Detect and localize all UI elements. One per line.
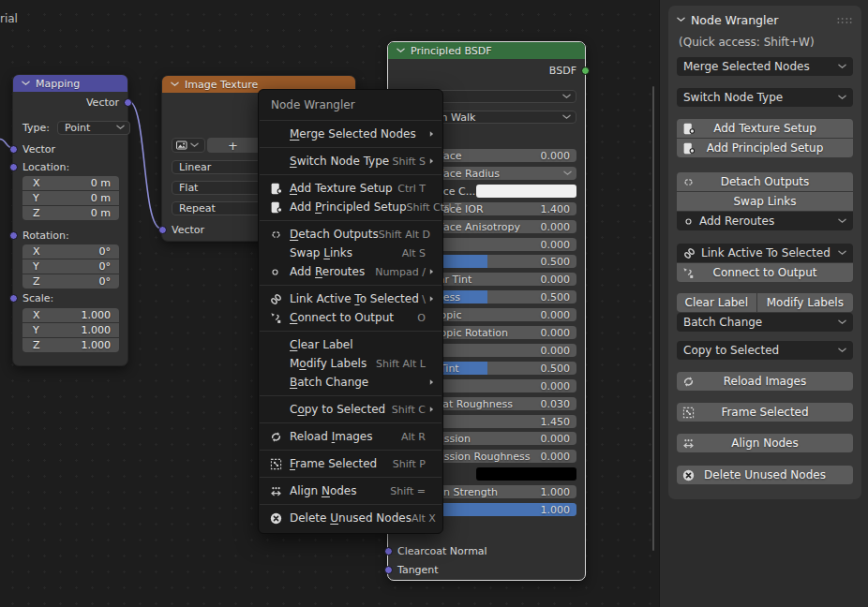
menu-item-frame-selected[interactable]: Frame SelectedShift P — [259, 454, 442, 473]
value-field-y[interactable]: Y0° — [22, 259, 119, 274]
socket-dot[interactable] — [581, 67, 590, 75]
socket-dot[interactable] — [158, 226, 167, 234]
texture-icon — [270, 201, 290, 214]
principled-node-header[interactable]: Principled BSDF — [388, 42, 585, 59]
socket-dot[interactable] — [9, 163, 18, 171]
input-clearcoat-normal: Clearcoat Normal — [397, 543, 576, 558]
menu-item-add-texture-setup[interactable]: Add Texture SetupCtrl T — [259, 179, 442, 198]
drag-grip-icon[interactable] — [836, 17, 853, 23]
button-add-principled-setup[interactable]: Add Principled Setup — [677, 139, 853, 157]
button-frame-selected[interactable]: Frame Selected — [677, 403, 853, 422]
node-editor-canvas[interactable]: rial Mapping VectorType:PointVectorLocat… — [0, 0, 659, 607]
menu-item-modify-labels[interactable]: Modify LabelsShift Alt L — [259, 354, 442, 373]
value-field-y[interactable]: Y1.000 — [22, 323, 119, 337]
button-add-texture-setup[interactable]: Add Texture Setup — [677, 119, 853, 138]
socket-dot[interactable] — [9, 294, 18, 303]
texture-icon — [682, 142, 695, 155]
chevron-down-icon — [838, 64, 846, 69]
socket-dot[interactable] — [384, 566, 393, 574]
dropdown-add-reroutes[interactable]: Add Reroutes — [677, 212, 853, 230]
button-delete-unused-nodes[interactable]: Delete Unused Nodes — [677, 466, 853, 484]
panel-header[interactable]: Node Wrangler — [677, 8, 853, 31]
menu-item-reload-images[interactable]: Reload ImagesAlt R — [259, 427, 442, 446]
menu-item-link-active-to-selected[interactable]: Link Active To Selected\ — [259, 289, 442, 308]
socket-dot[interactable] — [384, 547, 393, 555]
editor-scrollbar[interactable] — [652, 86, 654, 551]
menu-item-add-reroutes[interactable]: Add ReroutesNumpad / — [259, 262, 442, 281]
collapse-chevron-icon[interactable] — [397, 48, 405, 53]
link-icon — [683, 247, 696, 259]
dropdown-switch-node-type[interactable]: Switch Node Type — [677, 88, 853, 107]
node-mapping[interactable]: Mapping VectorType:PointVectorLocation:X… — [12, 74, 128, 366]
menu-item-align-nodes[interactable]: Align NodesShift = — [259, 481, 442, 500]
shortcut-hint: Ctrl T — [397, 183, 426, 195]
image-browser-dropdown[interactable] — [172, 138, 205, 153]
button-clear-label[interactable]: Clear Label — [677, 293, 756, 312]
input-label: Clearcoat Normal — [397, 545, 487, 557]
section-label: Rotation: — [22, 229, 69, 242]
value-field-x[interactable]: X1.000 — [22, 308, 119, 322]
type-dropdown[interactable]: Point — [57, 121, 130, 135]
button-swap-links[interactable]: Swap Links — [677, 192, 853, 211]
value-field-y[interactable]: Y0 m — [22, 191, 119, 205]
value-field-x[interactable]: X0° — [22, 244, 119, 259]
type-label: Type: — [22, 122, 50, 134]
menu-item-add-principled-setup[interactable]: Add Principled SetupShift Ctrl T — [259, 198, 442, 216]
menu-item-switch-node-type[interactable]: Switch Node TypeShift S — [259, 152, 442, 170]
delete-icon — [270, 512, 290, 525]
widget-label: Frame Selected — [721, 406, 808, 419]
menu-separator — [260, 422, 441, 423]
menu-item-clear-label[interactable]: Clear Label — [259, 335, 442, 354]
mapping-node-header[interactable]: Mapping — [13, 75, 127, 92]
button-connect-to-output[interactable]: Connect to Output — [677, 263, 853, 282]
menu-item-detach-outputs[interactable]: Detach OutputsShift Alt D — [259, 225, 442, 244]
menu-item-swap-links[interactable]: Swap LinksAlt S — [259, 244, 442, 262]
menu-item-label: Add Texture Setup — [290, 182, 397, 195]
node-wrangler-panel: Node Wrangler (Quick access: Shift+W) Me… — [668, 6, 861, 499]
menu-separator — [260, 331, 441, 332]
color-swatch[interactable] — [476, 467, 576, 481]
color-swatch[interactable] — [476, 185, 576, 198]
link-icon — [270, 293, 290, 305]
menu-separator — [260, 477, 441, 478]
value-field-z[interactable]: Z0° — [22, 274, 119, 289]
value-field-z[interactable]: Z1.000 — [22, 338, 119, 352]
section-location: Location: — [22, 159, 119, 174]
widget-label: Link Active To Selected — [701, 246, 831, 259]
socket-dot[interactable] — [9, 231, 18, 240]
dropdown-link-active-to-selected[interactable]: Link Active To Selected — [677, 244, 853, 262]
collapse-chevron-icon[interactable] — [677, 17, 685, 22]
menu-item-label: Clear Label — [290, 338, 429, 351]
section-label: Location: — [22, 161, 69, 173]
input-tangent: Tangent — [397, 562, 576, 577]
dropdown-batch-change[interactable]: Batch Change — [677, 313, 853, 332]
shortcut-hint: Shift S — [393, 155, 426, 168]
menu-separator — [260, 120, 441, 121]
menu-item-connect-to-output[interactable]: Connect to OutputO — [259, 308, 442, 327]
value-field-z[interactable]: Z0 m — [22, 206, 119, 220]
delete-icon — [682, 469, 695, 481]
button-detach-outputs[interactable]: Detach Outputs — [677, 172, 853, 191]
value-field-x[interactable]: X0 m — [22, 176, 119, 190]
node-title: Image Texture — [185, 79, 258, 91]
collapse-chevron-icon[interactable] — [171, 81, 179, 87]
shortcut-hint: Shift Alt D — [379, 229, 430, 241]
button-modify-labels[interactable]: Modify Labels — [757, 293, 853, 312]
menu-item-batch-change[interactable]: Batch Change — [259, 373, 442, 392]
socket-dot[interactable] — [124, 98, 132, 107]
widget-label: Add Texture Setup — [713, 122, 816, 135]
menu-item-copy-to-selected[interactable]: Copy to SelectedShift C — [259, 400, 442, 419]
menu-item-delete-unused-nodes[interactable]: Delete Unused NodesAlt X — [259, 509, 442, 527]
collapse-chevron-icon[interactable] — [22, 81, 30, 86]
dropdown-merge-selected-nodes[interactable]: Merge Selected Nodes — [677, 57, 853, 76]
button-align-nodes[interactable]: Align Nodes — [677, 434, 853, 452]
dropdown-copy-to-selected[interactable]: Copy to Selected — [677, 341, 853, 360]
widget-label: Switch Node Type — [683, 91, 783, 104]
socket-dot[interactable] — [9, 145, 18, 154]
menu-item-merge-selected-nodes[interactable]: Merge Selected Nodes — [259, 125, 442, 143]
chevron-down-icon — [838, 250, 846, 256]
menu-separator — [260, 395, 441, 396]
button-reload-images[interactable]: Reload Images — [677, 372, 853, 391]
connect-icon — [270, 312, 290, 324]
menu-item-label: Delete Unused Nodes — [290, 511, 412, 525]
